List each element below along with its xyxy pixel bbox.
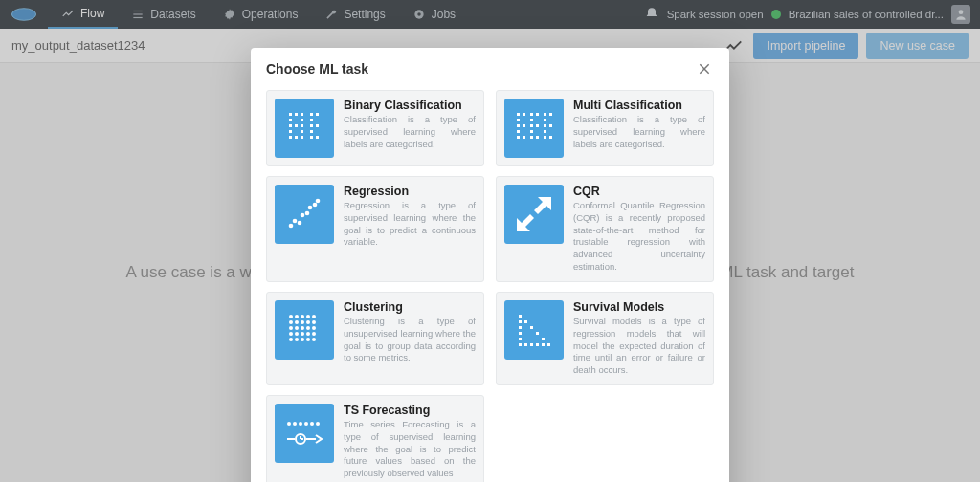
task-title: Survival Models — [573, 300, 705, 314]
svg-point-68 — [312, 315, 316, 318]
svg-rect-20 — [301, 119, 303, 121]
svg-rect-92 — [519, 332, 522, 335]
svg-rect-14 — [289, 130, 292, 133]
task-desc: Clustering is a type of unsupervised lea… — [344, 316, 476, 364]
svg-point-57 — [293, 219, 298, 224]
svg-point-76 — [301, 326, 304, 330]
svg-point-87 — [306, 338, 310, 341]
svg-rect-28 — [310, 136, 313, 139]
svg-rect-49 — [544, 119, 546, 121]
svg-point-107 — [304, 422, 308, 426]
task-title: Clustering — [344, 300, 476, 314]
svg-rect-16 — [295, 113, 298, 116]
svg-point-104 — [287, 422, 291, 426]
task-desc: Survival models is a type of regression … — [573, 316, 705, 377]
svg-point-79 — [289, 332, 293, 336]
svg-rect-93 — [519, 338, 522, 340]
svg-rect-50 — [544, 124, 546, 127]
svg-rect-30 — [316, 124, 319, 127]
svg-point-60 — [305, 211, 310, 216]
svg-point-77 — [306, 326, 310, 330]
svg-rect-13 — [289, 124, 292, 127]
svg-point-73 — [312, 320, 316, 324]
svg-rect-40 — [530, 113, 533, 116]
svg-point-83 — [312, 332, 316, 336]
svg-point-71 — [301, 320, 304, 324]
svg-point-65 — [295, 315, 299, 318]
svg-rect-46 — [536, 124, 539, 127]
svg-rect-44 — [530, 136, 533, 139]
task-desc: Conformal Quantile Regression (CQR) is a… — [573, 200, 705, 274]
svg-point-67 — [306, 315, 310, 318]
svg-point-66 — [301, 315, 304, 318]
svg-point-109 — [316, 422, 320, 426]
svg-rect-34 — [517, 124, 520, 127]
task-desc: Classification is a type of supervised l… — [573, 114, 705, 150]
svg-rect-91 — [519, 326, 522, 329]
svg-rect-97 — [530, 326, 533, 329]
svg-point-63 — [316, 199, 321, 204]
task-multi-classification[interactable]: Multi Classification Classification is a… — [496, 90, 714, 166]
task-regression[interactable]: Regression Regression is a type of super… — [266, 176, 484, 282]
svg-rect-27 — [310, 130, 313, 133]
modal-title: Choose ML task — [266, 61, 368, 77]
svg-rect-100 — [536, 343, 539, 346]
svg-point-70 — [295, 320, 299, 324]
svg-point-62 — [313, 203, 318, 208]
svg-point-84 — [289, 338, 293, 341]
binary-classification-icon — [275, 99, 334, 158]
svg-rect-33 — [517, 119, 520, 121]
svg-point-64 — [289, 315, 293, 318]
close-icon[interactable] — [695, 59, 714, 78]
svg-rect-21 — [301, 124, 303, 127]
svg-rect-95 — [524, 320, 527, 323]
svg-rect-23 — [301, 136, 303, 139]
svg-rect-15 — [289, 136, 292, 139]
svg-point-59 — [301, 213, 305, 218]
svg-rect-18 — [295, 136, 298, 139]
svg-rect-53 — [549, 113, 552, 116]
svg-rect-51 — [544, 130, 546, 133]
svg-point-61 — [308, 206, 313, 210]
svg-point-80 — [295, 332, 299, 336]
task-desc: Time series Forecasting is a type of sup… — [344, 419, 476, 480]
svg-rect-41 — [530, 119, 533, 121]
svg-rect-43 — [530, 130, 533, 133]
task-binary-classification[interactable]: Binary Classification Classification is … — [266, 90, 484, 166]
svg-rect-96 — [524, 343, 527, 346]
svg-rect-47 — [536, 136, 539, 139]
svg-rect-99 — [536, 332, 539, 335]
svg-rect-45 — [536, 113, 539, 116]
task-survival-models[interactable]: Survival Models Survival models is a typ… — [496, 292, 714, 385]
svg-rect-24 — [310, 113, 313, 116]
svg-point-69 — [289, 320, 293, 324]
task-clustering[interactable]: Clustering Clustering is a type of unsup… — [266, 292, 484, 385]
svg-point-85 — [295, 338, 299, 341]
task-cqr[interactable]: CQR Conformal Quantile Regression (CQR) … — [496, 176, 714, 282]
svg-rect-103 — [547, 343, 550, 346]
task-ts-forecasting[interactable]: TS Forecasting Time series Forecasting i… — [266, 395, 484, 482]
task-desc: Classification is a type of supervised l… — [344, 114, 476, 150]
clustering-icon — [275, 300, 334, 360]
task-title: TS Forecasting — [344, 404, 476, 417]
multi-classification-icon — [504, 99, 564, 158]
svg-point-78 — [312, 326, 316, 330]
svg-rect-102 — [542, 343, 545, 346]
svg-rect-89 — [519, 315, 522, 318]
survival-icon — [504, 300, 564, 360]
svg-point-58 — [298, 221, 302, 226]
svg-rect-19 — [301, 113, 303, 116]
svg-rect-42 — [530, 124, 533, 127]
svg-point-56 — [289, 224, 294, 229]
task-title: Binary Classification — [344, 99, 476, 112]
svg-point-82 — [306, 332, 310, 336]
svg-rect-39 — [523, 136, 525, 139]
svg-point-72 — [306, 320, 310, 324]
svg-rect-17 — [295, 124, 298, 127]
task-desc: Regression is a type of supervised learn… — [344, 200, 476, 249]
svg-rect-11 — [289, 113, 292, 116]
cqr-icon — [504, 185, 564, 244]
svg-rect-31 — [316, 136, 319, 139]
svg-rect-54 — [549, 124, 552, 127]
svg-point-86 — [301, 338, 304, 341]
